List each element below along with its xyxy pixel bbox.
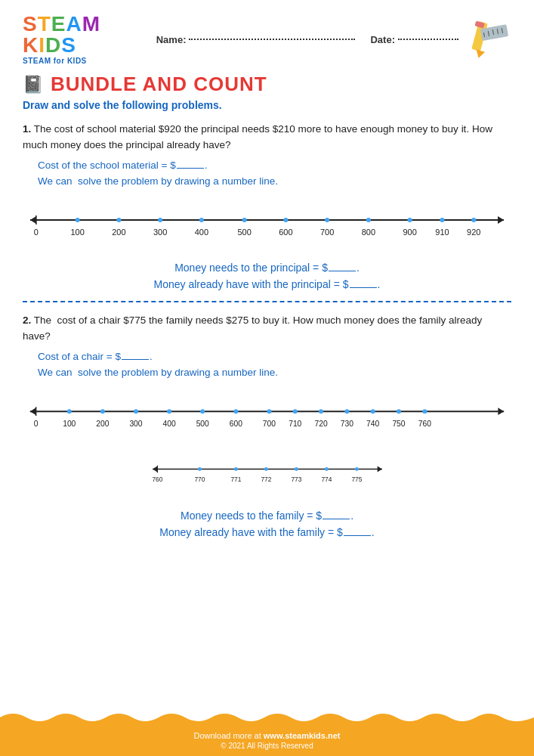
svg-point-32 xyxy=(440,218,444,222)
blank-4[interactable] xyxy=(122,359,149,360)
problem-1-money-needs: Money needs to the principal = $. xyxy=(23,262,511,274)
numberline-1-container: 0 100 200 300 400 500 600 700 800 900 xyxy=(23,197,511,254)
section-divider xyxy=(23,301,511,302)
problem-2-instruction: We can solve the problem by drawing a nu… xyxy=(38,367,511,378)
problem-2-money-needs: Money needs to the family = $. xyxy=(23,510,511,522)
footer-wave xyxy=(0,710,534,725)
svg-point-55 xyxy=(293,409,298,414)
name-date-area: Name: Date: xyxy=(156,34,458,45)
svg-text:772: 772 xyxy=(261,475,271,482)
problem-2-number: 2. xyxy=(23,314,31,326)
svg-text:910: 910 xyxy=(435,228,449,237)
numberline-2b-container: 760 770 771 772 773 774 775 xyxy=(23,453,511,502)
footer-url: www.steamkids.net xyxy=(264,731,341,740)
svg-marker-1 xyxy=(474,49,485,59)
blank-1[interactable] xyxy=(177,168,204,169)
svg-point-61 xyxy=(371,409,375,414)
svg-text:800: 800 xyxy=(362,228,375,237)
svg-point-16 xyxy=(116,218,121,222)
svg-marker-38 xyxy=(498,407,504,415)
blank-5[interactable] xyxy=(323,519,350,519)
svg-text:760: 760 xyxy=(152,475,162,482)
svg-text:773: 773 xyxy=(291,475,301,482)
name-field: Name: xyxy=(156,34,356,45)
svg-text:0: 0 xyxy=(34,228,39,237)
svg-marker-10 xyxy=(30,216,36,224)
numberline-2a-svg: 0 100 200 300 400 500 600 700 710 720 xyxy=(23,396,511,438)
svg-text:775: 775 xyxy=(351,475,362,482)
svg-text:730: 730 xyxy=(341,419,353,427)
title-row: 📓 BUNDLE AND COUNT xyxy=(23,73,511,96)
svg-text:710: 710 xyxy=(289,419,301,427)
svg-text:720: 720 xyxy=(314,419,327,427)
blank-3[interactable] xyxy=(350,287,377,288)
svg-point-28 xyxy=(366,218,371,222)
logo-text: STEAM KIDS xyxy=(23,14,143,56)
problem-1-instruction: We can solve the problem by drawing a nu… xyxy=(38,175,511,187)
svg-text:774: 774 xyxy=(321,475,332,482)
problem-1-answer-line: Cost of the school material = $. xyxy=(38,160,511,171)
blank-6[interactable] xyxy=(344,535,371,536)
svg-text:200: 200 xyxy=(96,419,109,427)
page-title: BUNDLE AND COUNT xyxy=(51,73,267,96)
svg-text:750: 750 xyxy=(392,419,405,427)
problem-2-text: 2. The cost of a chair $775 the family n… xyxy=(23,313,511,345)
svg-point-63 xyxy=(397,409,401,414)
date-line[interactable] xyxy=(398,39,458,40)
svg-text:760: 760 xyxy=(418,419,431,427)
svg-text:600: 600 xyxy=(230,419,242,427)
numberline-2a-container: 0 100 200 300 400 500 600 700 710 720 xyxy=(23,389,511,445)
svg-rect-2 xyxy=(474,20,484,28)
notebook-icon: 📓 xyxy=(23,75,43,94)
svg-text:500: 500 xyxy=(196,419,209,427)
problem-2: 2. The cost of a chair $775 the family n… xyxy=(23,313,511,538)
svg-point-78 xyxy=(295,467,298,471)
svg-marker-69 xyxy=(377,466,381,472)
blank-2[interactable] xyxy=(329,271,356,271)
footer-download-text: Download more at www.steamkids.net xyxy=(0,731,534,740)
svg-point-47 xyxy=(167,409,171,414)
numberline-1-svg: 0 100 200 300 400 500 600 700 800 900 xyxy=(23,205,511,246)
subtitle: Draw and solve the following problems. xyxy=(23,99,511,111)
svg-marker-11 xyxy=(498,216,504,224)
date-field: Date: xyxy=(370,34,458,45)
svg-point-20 xyxy=(199,218,204,222)
svg-text:920: 920 xyxy=(467,228,480,237)
svg-point-53 xyxy=(267,409,272,414)
svg-text:100: 100 xyxy=(63,419,76,427)
svg-point-80 xyxy=(325,467,329,471)
footer: Download more at www.steamkids.net © 202… xyxy=(0,723,534,756)
numberline-2b-svg: 760 770 771 772 773 774 775 xyxy=(147,453,388,494)
svg-text:300: 300 xyxy=(153,228,167,237)
svg-text:0: 0 xyxy=(34,419,39,427)
problem-1-number: 1. xyxy=(23,123,31,135)
svg-point-41 xyxy=(67,409,72,414)
svg-text:700: 700 xyxy=(263,419,276,427)
pencil-ruler-icon xyxy=(458,19,511,60)
name-line[interactable] xyxy=(189,39,355,40)
svg-point-74 xyxy=(234,467,238,471)
svg-text:700: 700 xyxy=(320,228,334,237)
svg-text:600: 600 xyxy=(279,228,292,237)
problem-1-money-already: Money already have with the principal = … xyxy=(23,278,511,290)
svg-point-14 xyxy=(76,218,80,222)
svg-text:770: 770 xyxy=(194,475,205,482)
svg-text:300: 300 xyxy=(129,419,142,427)
svg-point-57 xyxy=(319,409,323,414)
page: STEAM KIDS STEAM for KIDS Name: Date: xyxy=(0,0,534,756)
svg-text:500: 500 xyxy=(238,228,252,237)
problem-1: 1. The cost of school material $920 the … xyxy=(23,122,511,290)
svg-point-30 xyxy=(408,218,412,222)
svg-point-59 xyxy=(344,409,349,414)
logo: STEAM KIDS STEAM for KIDS xyxy=(23,14,143,65)
footer-copyright: © 2021 All Rights Reserved xyxy=(0,742,534,750)
svg-point-24 xyxy=(283,218,288,222)
header: STEAM KIDS STEAM for KIDS Name: Date: xyxy=(23,14,511,65)
svg-point-82 xyxy=(355,467,359,471)
svg-text:740: 740 xyxy=(366,419,379,427)
svg-text:100: 100 xyxy=(71,228,85,237)
svg-point-72 xyxy=(198,467,202,471)
svg-text:771: 771 xyxy=(230,475,241,482)
svg-point-49 xyxy=(200,409,205,414)
name-label: Name: xyxy=(156,34,187,45)
